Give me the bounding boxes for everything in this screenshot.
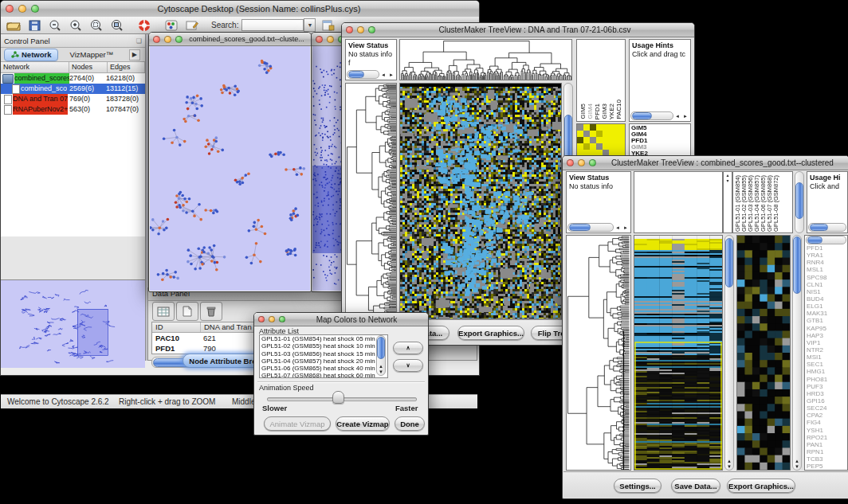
gene-label[interactable]: ELG1 bbox=[807, 303, 847, 310]
gene-label[interactable]: GIM3 bbox=[631, 144, 689, 150]
move-up-button[interactable]: ∧ bbox=[393, 342, 423, 354]
done-button[interactable]: Done bbox=[395, 416, 425, 431]
gene-label[interactable]: YRA1 bbox=[807, 252, 847, 259]
close-icon[interactable] bbox=[346, 26, 353, 33]
birdseye-view[interactable] bbox=[1, 279, 145, 368]
help-icon[interactable] bbox=[136, 19, 152, 32]
close-icon[interactable] bbox=[153, 36, 160, 43]
network-list-row[interactable]: combined_scores 2764(0) 16218(0) bbox=[1, 73, 145, 84]
attribute-list-item[interactable]: GPL51-04 (GSM857) heat shock 20 min bbox=[260, 357, 387, 365]
gene-label[interactable]: NIS1 bbox=[807, 288, 847, 295]
scroll-right-icon[interactable]: ► bbox=[387, 72, 395, 77]
scroll-arrows-icon[interactable]: ▲▼ bbox=[376, 364, 386, 375]
minimize-icon[interactable] bbox=[18, 5, 26, 13]
gene-label[interactable]: GIM5 bbox=[631, 125, 689, 131]
net1-titlebar[interactable]: combined_scores_good.txt--cluste... bbox=[149, 33, 311, 46]
gene-label[interactable]: FIG4 bbox=[807, 419, 847, 426]
gene-label[interactable]: MON2 bbox=[807, 470, 847, 471]
zoom-out-icon[interactable] bbox=[47, 19, 63, 32]
network-list-row[interactable]: DNA and Tran 07 769(0) 183728(0) bbox=[1, 94, 145, 104]
new-attribute-icon[interactable] bbox=[176, 302, 198, 321]
gene-label[interactable]: PAN1 bbox=[807, 441, 847, 448]
zoom-window-icon[interactable] bbox=[589, 159, 596, 166]
export-graphics-button[interactable]: Export Graphics... bbox=[727, 479, 795, 493]
close-icon[interactable] bbox=[6, 5, 14, 13]
close-icon[interactable] bbox=[567, 159, 574, 166]
scroll-right-icon[interactable]: ► bbox=[622, 225, 630, 230]
minimize-icon[interactable] bbox=[327, 36, 334, 43]
minimize-icon[interactable] bbox=[164, 36, 171, 43]
close-icon[interactable] bbox=[258, 316, 265, 322]
attribute-list-vscrollbar[interactable]: ▲▼ bbox=[376, 335, 386, 376]
network-canvas[interactable] bbox=[150, 46, 310, 291]
tv2-header-vscrollbar[interactable] bbox=[795, 171, 804, 233]
gene-label[interactable]: KAP95 bbox=[807, 325, 847, 332]
gene-label[interactable]: CLN1 bbox=[807, 281, 847, 288]
gene-label[interactable]: SPC98 bbox=[807, 274, 847, 281]
tv2-status-hscrollbar[interactable]: ◄► bbox=[567, 223, 630, 232]
float-panel-icon[interactable]: ❏ bbox=[136, 37, 142, 45]
gene-label[interactable]: RPO21 bbox=[807, 434, 847, 441]
tv2-titlebar[interactable]: ClusterMaker TreeView : combined_scores_… bbox=[563, 156, 848, 170]
attribute-list[interactable]: GPL51-01 (GSM854) heat shock 05 minGPL51… bbox=[259, 334, 388, 378]
gene-label[interactable]: RPN1 bbox=[807, 448, 847, 455]
gene-label[interactable]: YSH1 bbox=[807, 427, 847, 434]
gene-label[interactable]: VIP1 bbox=[807, 339, 847, 346]
slider-thumb[interactable] bbox=[332, 391, 344, 404]
tv2-heatmap-vscrollbar[interactable]: ▲▼ bbox=[724, 235, 734, 471]
gene-label[interactable]: PFD1 bbox=[631, 138, 689, 144]
tab-vizmapper[interactable]: VizMapper™ bbox=[69, 50, 113, 59]
gene-label[interactable]: MSI1 bbox=[807, 354, 847, 361]
gene-label[interactable]: PEP5 bbox=[807, 463, 847, 470]
gene-label[interactable]: PFD1 bbox=[807, 244, 847, 252]
tv1-row-dendrogram[interactable] bbox=[345, 83, 397, 319]
animate-vizmap-button[interactable]: Animate Vizmap bbox=[264, 416, 331, 431]
gene-label[interactable]: TCB3 bbox=[807, 455, 847, 463]
gene-label[interactable]: MAK31 bbox=[807, 310, 847, 317]
tv2-zoom-heatmap[interactable] bbox=[736, 235, 791, 471]
create-vizmap-button[interactable]: Create Vizmap bbox=[336, 416, 390, 431]
zoom-in-icon[interactable] bbox=[68, 19, 84, 32]
gene-label[interactable]: GPI16 bbox=[807, 397, 847, 404]
move-down-button[interactable]: ∨ bbox=[393, 359, 423, 372]
minimize-icon[interactable] bbox=[269, 316, 275, 322]
gene-label[interactable]: PHO81 bbox=[807, 376, 847, 383]
scroll-left-icon[interactable]: ◄ bbox=[379, 72, 387, 77]
tv1-column-dendrogram[interactable] bbox=[399, 39, 572, 80]
search-input[interactable] bbox=[241, 19, 304, 31]
gene-label[interactable]: SEC24 bbox=[807, 404, 847, 412]
scroll-left-icon[interactable]: ◄ bbox=[614, 225, 622, 230]
annotation-icon[interactable] bbox=[184, 19, 200, 32]
gene-label[interactable]: MSL1 bbox=[807, 266, 847, 273]
search-dropdown-icon[interactable]: ▼ bbox=[304, 18, 316, 32]
gene-label[interactable]: PUF3 bbox=[807, 383, 847, 390]
gene-label[interactable]: BUD4 bbox=[807, 295, 847, 303]
attribute-list-item[interactable]: GPL51-07 (GSM868) heat shock 60 min bbox=[260, 372, 387, 378]
tab-network[interactable]: Network bbox=[4, 49, 58, 61]
gene-label[interactable]: RNR4 bbox=[807, 259, 847, 266]
tv2-zoom-vscrollbar[interactable]: ▲▼ bbox=[792, 235, 802, 471]
attribute-list-item[interactable]: GPL51-02 (GSM855) heat shock 10 min bbox=[260, 342, 387, 350]
zoom-window-icon[interactable] bbox=[279, 316, 285, 322]
minimize-icon[interactable] bbox=[578, 159, 585, 166]
tv1-titlebar[interactable]: ClusterMaker TreeView : DNA and Tran 07-… bbox=[342, 23, 694, 37]
tv2-hints-hscrollbar[interactable] bbox=[808, 223, 846, 232]
gene-label[interactable]: HMG1 bbox=[807, 368, 847, 375]
vizmapper-icon[interactable] bbox=[163, 19, 179, 32]
gene-label[interactable]: CPA2 bbox=[807, 412, 847, 419]
scroll-arrows-icon[interactable]: ▲▼ bbox=[792, 459, 802, 470]
export-graphics-button[interactable]: Export Graphics... bbox=[457, 326, 524, 340]
gene-label[interactable]: SEC1 bbox=[807, 361, 847, 368]
tv1-heatmap[interactable] bbox=[399, 83, 562, 319]
search-options-icon[interactable] bbox=[320, 19, 336, 32]
scroll-left-icon[interactable]: ◄ bbox=[673, 114, 681, 119]
settings-button[interactable]: Settings... bbox=[614, 479, 662, 493]
tv2-col-arrow-strip[interactable]: ▴▾ bbox=[723, 171, 732, 233]
network-list-row[interactable]: RNAPuberNov2+ 563(0) 107847(0) bbox=[1, 104, 145, 115]
tv1-hints-hscrollbar[interactable]: ◄► bbox=[630, 111, 689, 120]
close-icon[interactable] bbox=[316, 36, 323, 43]
zoom-fit-icon[interactable] bbox=[109, 19, 125, 32]
scroll-right-icon[interactable]: ► bbox=[681, 114, 689, 119]
tv1-status-hscrollbar[interactable]: ◄► bbox=[347, 70, 395, 79]
network-list-row[interactable]: combined_sco 2569(6) 13112(15) bbox=[1, 84, 145, 94]
